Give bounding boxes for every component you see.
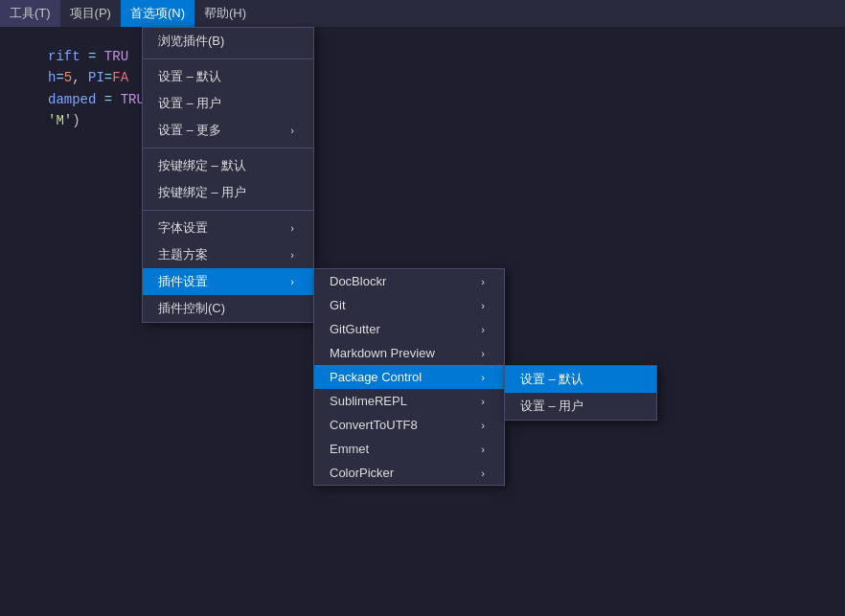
menu-keybind-default[interactable]: 按键绑定 – 默认 — [143, 152, 313, 179]
submenu-git[interactable]: Git › — [314, 293, 504, 317]
arrow-right-icon: › — [481, 444, 485, 455]
menu-project[interactable]: 项目(P) — [60, 0, 121, 27]
arrow-right-icon: › — [481, 324, 485, 335]
arrow-right-icon: › — [481, 372, 485, 383]
submenu-docblockr[interactable]: DocBlockr › — [314, 269, 504, 293]
menu-plugin-control[interactable]: 插件控制(C) — [143, 295, 313, 322]
submenu-package-control[interactable]: Package Control › 设置 – 默认 设置 – 用户 — [314, 365, 504, 389]
menu-font-settings[interactable]: 字体设置 › — [143, 215, 313, 241]
arrow-right-icon: › — [290, 125, 294, 136]
menu-settings-more[interactable]: 设置 – 更多 › — [143, 117, 313, 144]
preferences-dropdown: 浏览插件(B) 设置 – 默认 设置 – 用户 设置 – 更多 › 按键绑定 –… — [142, 27, 314, 323]
arrow-right-icon: › — [481, 396, 485, 407]
arrow-right-icon: › — [481, 348, 485, 359]
menu-settings-user[interactable]: 设置 – 用户 — [143, 90, 313, 117]
menu-help[interactable]: 帮助(H) — [194, 0, 256, 27]
arrow-right-icon: › — [290, 276, 294, 287]
menu-preferences[interactable]: 首选项(N) — [121, 0, 194, 27]
submenu-emmet[interactable]: Emmet › — [314, 437, 504, 461]
submenu-converttoutf8[interactable]: ConvertToUTF8 › — [314, 413, 504, 437]
separator-3 — [143, 210, 313, 211]
submenu-markdown-preview[interactable]: Markdown Preview › — [314, 341, 504, 365]
arrow-right-icon: › — [481, 300, 485, 311]
arrow-right-icon: › — [481, 276, 485, 287]
menu-settings-default[interactable]: 设置 – 默认 — [143, 63, 313, 90]
arrow-right-icon: › — [481, 468, 485, 479]
menu-keybind-user[interactable]: 按键绑定 – 用户 — [143, 179, 313, 206]
separator-1 — [143, 58, 313, 59]
package-control-submenu: 设置 – 默认 设置 – 用户 — [504, 365, 657, 421]
menu-browse-plugins[interactable]: 浏览插件(B) — [143, 28, 313, 55]
arrow-right-icon: › — [290, 249, 294, 261]
pc-settings-default[interactable]: 设置 – 默认 — [505, 366, 656, 393]
submenu-gitgutter[interactable]: GitGutter › — [314, 317, 504, 341]
pc-settings-user[interactable]: 设置 – 用户 — [505, 393, 656, 420]
menu-tools[interactable]: 工具(T) — [0, 0, 60, 27]
submenu-colorpicker[interactable]: ColorPicker › — [314, 461, 504, 485]
plugin-settings-submenu: DocBlockr › Git › GitGutter › Markdown P… — [313, 268, 505, 486]
arrow-right-icon: › — [481, 420, 485, 431]
arrow-right-icon: › — [290, 222, 294, 234]
submenu-sublimerepl[interactable]: SublimeREPL › — [314, 389, 504, 413]
separator-2 — [143, 148, 313, 148]
menu-theme[interactable]: 主题方案 › — [143, 241, 313, 268]
main-dropdown-menu: 浏览插件(B) 设置 – 默认 设置 – 用户 设置 – 更多 › 按键绑定 –… — [142, 27, 314, 323]
menubar: 工具(T) 项目(P) 首选项(N) 帮助(H) — [0, 0, 845, 27]
menu-plugin-settings[interactable]: 插件设置 › DocBlockr › Git › GitGutter › Mar… — [143, 268, 313, 295]
